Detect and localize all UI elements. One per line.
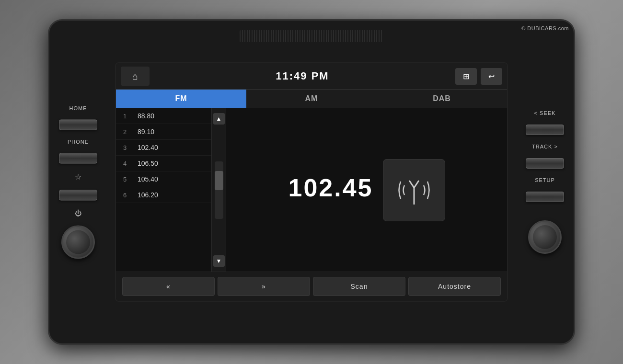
autostore-button[interactable]: Autostore <box>408 277 501 296</box>
back-icon: ↩ <box>488 72 495 81</box>
tab-am[interactable]: AM <box>246 90 377 108</box>
track-label: TRACK > <box>532 144 558 149</box>
home-label: HOME <box>69 105 87 111</box>
star-icon[interactable]: ☆ <box>75 172 81 182</box>
left-knob[interactable] <box>61 226 95 259</box>
preset-freq-3: 102.40 <box>138 144 158 151</box>
preset-num-6: 6 <box>123 192 133 199</box>
car-unit: HOME PHONE ☆ ⏻ ⌂ 11:49 PM ⊞ ↩ <box>48 19 575 345</box>
antenna-icon <box>395 171 433 209</box>
seek-button[interactable] <box>526 125 564 135</box>
preset-num-4: 4 <box>123 160 133 167</box>
preset-freq-2: 89.10 <box>138 128 154 136</box>
scroll-thumb <box>215 171 223 190</box>
tab-fm[interactable]: FM <box>116 90 246 108</box>
preset-item-5[interactable]: 5 105.40 <box>116 171 211 187</box>
scroll-down-button[interactable]: ▼ <box>213 255 225 267</box>
center-area: 102.45 <box>288 118 445 262</box>
right-knob[interactable] <box>528 220 562 254</box>
preset-freq-1: 88.80 <box>138 112 154 120</box>
preset-item-3[interactable]: 3 102.40 <box>116 140 211 156</box>
tab-bar: FM AM DAB <box>116 90 507 108</box>
center-display: 102.45 <box>226 108 507 272</box>
scan-button[interactable]: Scan <box>313 277 405 296</box>
grid-icon: ⊞ <box>463 72 469 81</box>
time-display: 11:49 PM <box>150 70 455 82</box>
right-controls: < SEEK TRACK > SETUP <box>526 110 564 254</box>
preset-item-2[interactable]: 2 89.10 <box>116 124 211 140</box>
preset-num-5: 5 <box>123 176 133 183</box>
preset-item-4[interactable]: 4 106.50 <box>116 156 211 171</box>
rewind-button[interactable]: « <box>122 277 215 296</box>
left-knob-inner <box>66 230 90 254</box>
antenna-box <box>383 159 445 221</box>
svg-line-2 <box>414 181 419 188</box>
home-icon: ⌂ <box>132 71 138 82</box>
preset-num-3: 3 <box>123 144 133 151</box>
preset-freq-5: 105.40 <box>138 175 158 183</box>
power-icon: ⏻ <box>75 209 81 217</box>
bottom-controls: « » Scan Autostore <box>116 272 507 301</box>
favorites-button[interactable] <box>59 190 97 201</box>
preset-num-2: 2 <box>123 128 133 136</box>
watermark: © DUBICARS.com <box>521 25 569 31</box>
frequency-display: 102.45 <box>288 173 373 202</box>
svg-line-1 <box>409 181 414 188</box>
scroll-track <box>215 161 223 219</box>
home-button[interactable] <box>59 120 97 130</box>
preset-num-1: 1 <box>123 113 133 120</box>
setup-button[interactable] <box>526 192 564 202</box>
preset-item-1[interactable]: 1 88.80 <box>116 108 211 124</box>
phone-label: PHONE <box>68 139 89 145</box>
track-button[interactable] <box>526 158 564 169</box>
screen: ⌂ 11:49 PM ⊞ ↩ FM AM DAB 1 <box>115 62 508 302</box>
preset-freq-4: 106.50 <box>138 159 158 167</box>
preset-freq-6: 106.20 <box>138 191 158 199</box>
tab-dab[interactable]: DAB <box>377 90 507 108</box>
back-button[interactable]: ↩ <box>481 68 502 85</box>
right-knob-inner <box>533 225 557 249</box>
header-icons: ⊞ ↩ <box>455 68 502 85</box>
grid-icon-button[interactable]: ⊞ <box>455 68 477 85</box>
home-screen-button[interactable]: ⌂ <box>121 67 150 86</box>
phone-button[interactable] <box>59 153 97 164</box>
scroll-up-button[interactable]: ▲ <box>213 113 225 125</box>
setup-label: SETUP <box>535 177 555 183</box>
left-controls: HOME PHONE ☆ ⏻ <box>59 105 97 259</box>
preset-item-6[interactable]: 6 106.20 <box>116 187 211 203</box>
preset-list: 1 88.80 2 89.10 3 102.40 4 106.50 5 10 <box>116 108 212 272</box>
screen-header: ⌂ 11:49 PM ⊞ ↩ <box>116 63 507 90</box>
speaker-grille <box>240 30 383 42</box>
forward-button[interactable]: » <box>218 277 310 296</box>
seek-label: < SEEK <box>534 110 556 116</box>
scroll-area: ▲ ▼ <box>212 108 226 272</box>
screen-main: 1 88.80 2 89.10 3 102.40 4 106.50 5 10 <box>116 108 507 272</box>
